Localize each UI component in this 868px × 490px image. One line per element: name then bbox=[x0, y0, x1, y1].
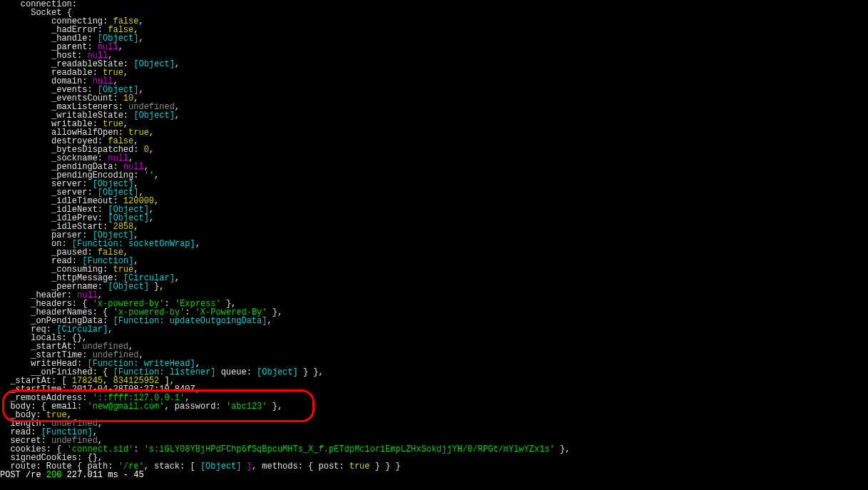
terminal-line: _onPendingData: [Function: updateOutgoin… bbox=[0, 317, 868, 325]
terminal-line: _readableState: [Object], bbox=[0, 60, 868, 68]
terminal-line: read: [Function], bbox=[0, 428, 868, 437]
terminal-line: _writableState: [Object], bbox=[0, 111, 868, 120]
terminal-line: length: undefined, bbox=[0, 419, 868, 428]
terminal-line: _peername: [Object] }, bbox=[0, 282, 868, 291]
arrow-annotation bbox=[0, 479, 868, 490]
terminal-line: cookies: { 'connect.sid': 's:iGLY08YBjHP… bbox=[0, 445, 868, 454]
terminal-line: _handle: [Object], bbox=[0, 34, 868, 43]
terminal-line: body: { email: 'new@gmail.com', password… bbox=[0, 402, 868, 411]
terminal-line: readable: true, bbox=[0, 68, 868, 77]
terminal-line: on: [Function: socketOnWrap], bbox=[0, 240, 868, 248]
terminal-line: req: [Circular], bbox=[0, 325, 868, 334]
terminal-line: _body: true, bbox=[0, 411, 868, 419]
terminal-line: POST /re 200 227.011 ms - 45 bbox=[0, 471, 868, 479]
terminal-output[interactable]: connection: Socket { connecting: false, … bbox=[0, 0, 868, 479]
terminal-line: _parent: null, bbox=[0, 43, 868, 51]
terminal-line: connection: bbox=[0, 0, 868, 9]
